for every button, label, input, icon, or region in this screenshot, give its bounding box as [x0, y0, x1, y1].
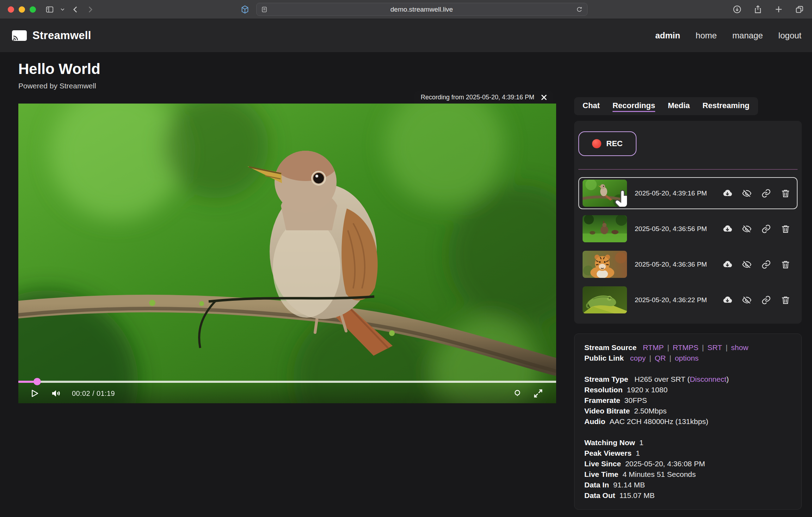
framerate-label: Framerate: [584, 396, 620, 404]
tab-restreaming[interactable]: Restreaming: [702, 101, 749, 112]
link-disconnect[interactable]: Disconnect: [690, 375, 726, 383]
trash-icon[interactable]: [781, 224, 791, 234]
cloud-download-icon[interactable]: [722, 260, 732, 269]
link-icon[interactable]: [761, 295, 771, 305]
page-title: Hello World: [18, 61, 812, 77]
close-window-button[interactable]: [8, 6, 14, 13]
link-options[interactable]: options: [675, 354, 699, 362]
recording-timestamp: 2025-05-20, 4:39:16 PM: [635, 189, 707, 197]
streamwell-logo-icon: [12, 30, 27, 41]
separator: |: [726, 343, 727, 351]
link-icon[interactable]: [761, 260, 771, 269]
volume-icon[interactable]: [50, 388, 61, 399]
tab-recordings[interactable]: Recordings: [613, 101, 655, 112]
close-icon[interactable]: [541, 95, 547, 100]
separator: |: [702, 343, 704, 351]
data-in-label: Data In: [584, 481, 609, 489]
trash-icon[interactable]: [781, 295, 791, 305]
traffic-lights: [8, 6, 36, 13]
recording-row[interactable]: 2025-05-20, 4:39:16 PM: [578, 177, 798, 209]
watching-now-value: 1: [639, 438, 644, 447]
recording-row[interactable]: 2025-05-20, 4:36:56 PM: [578, 213, 798, 245]
link-copy[interactable]: copy: [630, 354, 646, 362]
reader-icon[interactable]: [261, 6, 268, 13]
recording-row[interactable]: 2025-05-20, 4:36:36 PM: [578, 248, 798, 280]
site-header: Streamwell admin home manage logout: [0, 19, 812, 52]
eye-off-icon[interactable]: [742, 224, 752, 234]
share-icon[interactable]: [753, 5, 763, 14]
brand-name: Streamwell: [32, 29, 91, 42]
brand[interactable]: Streamwell: [12, 29, 91, 42]
cloud-download-icon[interactable]: [722, 295, 732, 305]
minimize-window-button[interactable]: [19, 6, 25, 13]
resolution-value: 1920 x 1080: [627, 386, 668, 394]
recording-thumbnail-rabbits[interactable]: [583, 215, 627, 242]
chevron-down-icon[interactable]: [60, 7, 65, 12]
paren-close: ): [726, 375, 729, 383]
eye-off-icon[interactable]: [742, 295, 752, 305]
link-rtmp[interactable]: RTMP: [643, 343, 664, 351]
nav-home[interactable]: home: [696, 31, 717, 41]
player-column: Recording from 2025-05-20, 4:39:16 PM: [18, 104, 556, 403]
recording-thumbnail-tiger[interactable]: [583, 251, 627, 278]
cursor-hand-icon: [603, 189, 627, 207]
video-frame: [18, 104, 556, 403]
stream-info-panel: Stream Source RTMP|RTMPS|SRT|show Public…: [574, 334, 802, 510]
nav-manage[interactable]: manage: [732, 31, 763, 41]
data-out-label: Data Out: [584, 491, 615, 499]
record-button[interactable]: REC: [578, 131, 636, 156]
time-display: 00:02 / 01:19: [72, 390, 115, 398]
live-time-label: Live Time: [584, 470, 619, 478]
address-bar[interactable]: demo.streamwell.live: [256, 3, 588, 16]
reload-icon[interactable]: [576, 6, 583, 13]
tab-overview-icon[interactable]: [795, 5, 804, 14]
watching-now-label: Watching Now: [584, 438, 635, 447]
pin-icon[interactable]: [512, 388, 522, 398]
live-time-value: 4 Minutes 51 Seconds: [623, 470, 696, 478]
link-rtmps[interactable]: RTMPS: [673, 343, 699, 351]
cloud-download-icon[interactable]: [722, 224, 732, 234]
extension-cube-icon[interactable]: [240, 5, 250, 14]
link-icon[interactable]: [761, 224, 771, 234]
tab-chat[interactable]: Chat: [583, 101, 600, 112]
cloud-download-icon[interactable]: [722, 188, 732, 198]
new-tab-icon[interactable]: [774, 5, 783, 14]
side-panel: Chat Recordings Media Restreaming REC: [574, 97, 802, 510]
nav-admin[interactable]: admin: [655, 31, 680, 41]
play-icon[interactable]: [29, 388, 39, 399]
back-icon[interactable]: [71, 5, 80, 14]
player-controls: 00:02 / 01:19: [18, 381, 556, 403]
page-subtitle: Powered by Streamwell: [18, 82, 812, 90]
tab-media[interactable]: Media: [668, 101, 690, 112]
zoom-window-button[interactable]: [30, 6, 36, 13]
recording-row[interactable]: 2025-05-20, 4:36:22 PM: [578, 284, 798, 316]
seek-bar[interactable]: [18, 381, 556, 383]
fullscreen-icon[interactable]: [533, 388, 543, 399]
page-head: Hello World Powered by Streamwell: [0, 52, 812, 104]
link-icon[interactable]: [761, 188, 771, 198]
peak-viewers-label: Peak Viewers: [584, 449, 632, 457]
framerate-value: 30FPS: [625, 396, 647, 404]
data-in-value: 91.14 MB: [613, 481, 645, 489]
video-bitrate-label: Video Bitrate: [584, 407, 630, 415]
stream-type-value: H265 over SRT: [634, 375, 685, 383]
separator: |: [649, 354, 651, 362]
eye-off-icon[interactable]: [742, 260, 752, 269]
recording-thumbnail-bird[interactable]: [583, 180, 627, 207]
live-since-label: Live Since: [584, 460, 621, 468]
link-srt[interactable]: SRT: [707, 343, 722, 351]
eye-off-icon[interactable]: [742, 188, 752, 198]
sidebar-icon[interactable]: [45, 5, 54, 14]
video-player[interactable]: Recording from 2025-05-20, 4:39:16 PM: [18, 104, 556, 403]
forward-icon[interactable]: [86, 5, 95, 14]
trash-icon[interactable]: [781, 188, 791, 198]
downloads-icon[interactable]: [732, 5, 742, 14]
link-show[interactable]: show: [731, 343, 748, 351]
trash-icon[interactable]: [781, 260, 791, 269]
link-qr[interactable]: QR: [655, 354, 666, 362]
recording-thumbnail-chameleon[interactable]: [583, 286, 627, 313]
recordings-panel: REC: [574, 121, 802, 324]
recording-banner-text: Recording from 2025-05-20, 4:39:16 PM: [421, 94, 534, 101]
separator: |: [669, 354, 671, 362]
nav-logout[interactable]: logout: [779, 31, 801, 41]
